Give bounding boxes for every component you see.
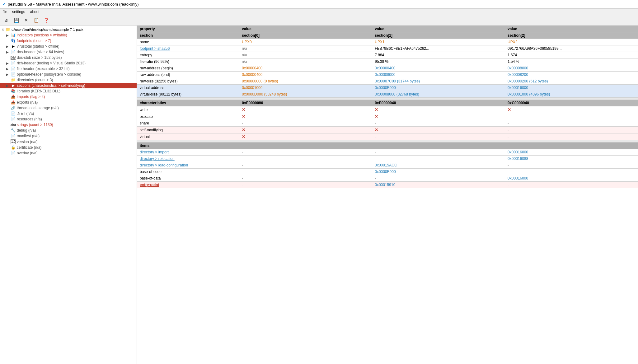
table-row: base-of-code - 0x0000E000 - — [137, 169, 638, 175]
toolbar-copy-btn[interactable]: 📋 — [32, 16, 40, 24]
cell-baseofcode-2: - — [505, 169, 638, 175]
sidebar-item-optional-header[interactable]: ▶ 📄 optional-header (subsystem > console… — [0, 72, 137, 77]
cell-virtual-1: - — [372, 133, 505, 140]
cell-name-2: UPX2 — [505, 39, 638, 45]
toolbar-help-btn[interactable]: ❓ — [42, 16, 50, 24]
menu-settings[interactable]: settings — [12, 10, 25, 14]
menu-bar: file settings about — [0, 9, 638, 15]
sidebar-item-certificate[interactable]: 🔒 certificate (n/a) — [0, 145, 137, 150]
sidebar-item-virustotal[interactable]: ▶ ▶ virustotal (status > offline) — [0, 44, 137, 49]
dotnet-icon: 📄 — [11, 111, 16, 116]
arrow-icon: ▶ — [6, 73, 9, 76]
cell-rawsize-2: 0x00000200 (512 bytes) — [505, 78, 638, 85]
overlay-label: overlay (n/a) — [17, 151, 38, 155]
tls-icon: 🔗 — [11, 106, 16, 110]
prop-footprint[interactable]: footprint > sha256 — [137, 45, 239, 52]
toolbar-save-btn[interactable]: 💾 — [12, 16, 20, 24]
dos-header-icon: 📄 — [11, 50, 16, 54]
cell-baseofdata-2: 0x00016000 — [505, 175, 638, 182]
sidebar-item-debug[interactable]: 🔧 debug (n/a) — [0, 128, 137, 133]
cell-fileratio-1: 95.38 % — [372, 58, 505, 65]
optional-header-icon: 📄 — [11, 72, 16, 77]
exports-label: exports (n/a) — [17, 100, 38, 105]
col-header-value1: value — [372, 26, 505, 32]
app-checkmark: ✓ — [2, 2, 6, 7]
items-header-row: items — [137, 142, 638, 149]
tls-label: thread-local-storage (n/a) — [17, 106, 59, 110]
prop-write: write — [137, 106, 239, 113]
arrow-icon: ▶ — [6, 34, 9, 37]
table-row: raw-address (end) 0x00000400 0x00008000 … — [137, 72, 638, 78]
char-label: characteristics — [137, 100, 239, 106]
prop-entry-point[interactable]: entry-point — [137, 182, 239, 188]
toolbar-close-btn[interactable]: ✕ — [22, 16, 30, 24]
prop-execute: execute — [137, 113, 239, 120]
sections-label: sections (characteristics > self-modifyi… — [17, 83, 85, 88]
sidebar-item-rich-header[interactable]: ▶ 📄 rich-header (tooling > Visual Studio… — [0, 60, 137, 66]
cell-entropy-1: 7.884 — [372, 52, 505, 58]
cell-entrypoint-1: 0x00015910 — [372, 182, 505, 188]
sidebar-item-exports[interactable]: 📤 exports (n/a) — [0, 100, 137, 105]
root-collapse-icon[interactable]: ▽ — [2, 28, 4, 31]
rich-header-label: rich-header (tooling > Visual Studio 201… — [17, 61, 86, 65]
sidebar-item-imports[interactable]: 📥 imports (flag > 4) — [0, 94, 137, 100]
title-text: pestudio 9.58 - Malware Initial Assessme… — [8, 2, 139, 7]
root-label: c:\users\kurt\desktop\samples\sample-7-1… — [12, 28, 83, 31]
toolbar-monitor-btn[interactable]: 🖥 — [2, 16, 10, 24]
sidebar-item-dos-header[interactable]: ▶ 📄 dos-header (size > 64 bytes) — [0, 49, 137, 55]
items-col0 — [239, 142, 372, 149]
prop-file-ratio: file-ratio (96.92%) — [137, 58, 239, 65]
items-col2 — [505, 142, 638, 149]
sidebar-item-file-header[interactable]: ▶ 📄 file-header (executable > 32-bit) — [0, 66, 137, 72]
table-row: virtual ✕ - - — [137, 133, 638, 140]
sidebar-item-indicators[interactable]: ▶ 📊 indicators (sections > writable) — [0, 32, 137, 38]
menu-about[interactable]: about — [30, 10, 40, 14]
exports-icon: 📤 — [11, 100, 16, 105]
cell-name-1: UPX1 — [372, 39, 505, 45]
sidebar-item-sections[interactable]: ▶ ▶ sections (characteristics > self-mod… — [0, 83, 137, 88]
folder-icon: 📁 — [6, 27, 10, 32]
prop-base-of-data: base-of-data — [137, 175, 239, 182]
cell-selfmod-0: ✕ — [239, 127, 372, 133]
prop-dir-relocation[interactable]: directory > relocation — [137, 156, 239, 162]
sidebar-item-libraries[interactable]: 📚 libraries (KERNEL32.DLL) — [0, 88, 137, 94]
table-row: name UPX0 UPX1 UPX2 — [137, 39, 638, 45]
sidebar-item-dotnet[interactable]: 📄 .NET (n/a) — [0, 111, 137, 116]
sidebar-item-resources[interactable]: 📄 resources (n/a) — [0, 116, 137, 122]
prop-self-modifying: self-modifying — [137, 127, 239, 133]
sidebar-item-version[interactable]: 1.0 version (n/a) — [0, 139, 137, 145]
table-row: raw-size (32256 bytes) 0x00000000 (0 byt… — [137, 78, 638, 85]
cell-fileratio-0: n/a — [239, 58, 372, 65]
sidebar-item-strings[interactable]: abc strings (count > 1130) — [0, 122, 137, 128]
arrow-icon: ▶ — [6, 62, 9, 65]
cell-rawbegin-2: 0x00008000 — [505, 65, 638, 72]
version-label: version (n/a) — [17, 140, 38, 144]
cell-rawend-1: 0x00008000 — [372, 72, 505, 78]
debug-icon: 🔧 — [11, 128, 16, 133]
section-header-row: section section[0] section[1] section[2] — [137, 32, 638, 39]
debug-label: debug (n/a) — [17, 128, 36, 133]
cell-execute-1: ✕ — [372, 113, 505, 120]
cell-selfmod-1: ✕ — [372, 127, 505, 133]
sidebar-item-overlay[interactable]: 📄 overlay (n/a) — [0, 150, 137, 156]
prop-dir-loadconfig[interactable]: directory > load-configuration — [137, 162, 239, 169]
sidebar-item-footprints[interactable]: 👣 footprints (count > 7) — [0, 38, 137, 44]
sidebar-item-directories[interactable]: 📁 directories (count > 3) — [0, 77, 137, 83]
prop-virtual: virtual — [137, 133, 239, 140]
table-row: raw-address (begin) 0x00000400 0x0000040… — [137, 65, 638, 72]
prop-dir-import[interactable]: directory > import — [137, 149, 239, 156]
sidebar-item-dos-stub[interactable]: CA dos-stub (size > 152 bytes) — [0, 55, 137, 60]
sidebar-item-tls[interactable]: 🔗 thread-local-storage (n/a) — [0, 105, 137, 111]
cell-write-1: ✕ — [372, 106, 505, 113]
prop-raw-addr-begin: raw-address (begin) — [137, 65, 239, 72]
table-row: directory > relocation - - 0x00016088 — [137, 156, 638, 162]
cell-execute-2: - — [505, 113, 638, 120]
menu-file[interactable]: file — [2, 10, 7, 14]
sidebar-item-manifest[interactable]: 📄 manifest (n/a) — [0, 133, 137, 139]
cell-dirimport-2: 0x00016000 — [505, 149, 638, 156]
cell-fileratio-2: 1.54 % — [505, 58, 638, 65]
cell-entrypoint-0: - — [239, 182, 372, 188]
rich-header-icon: 📄 — [11, 61, 16, 65]
dos-stub-label: dos-stub (size > 152 bytes) — [17, 55, 62, 60]
cell-name-0: UPX0 — [239, 39, 372, 45]
